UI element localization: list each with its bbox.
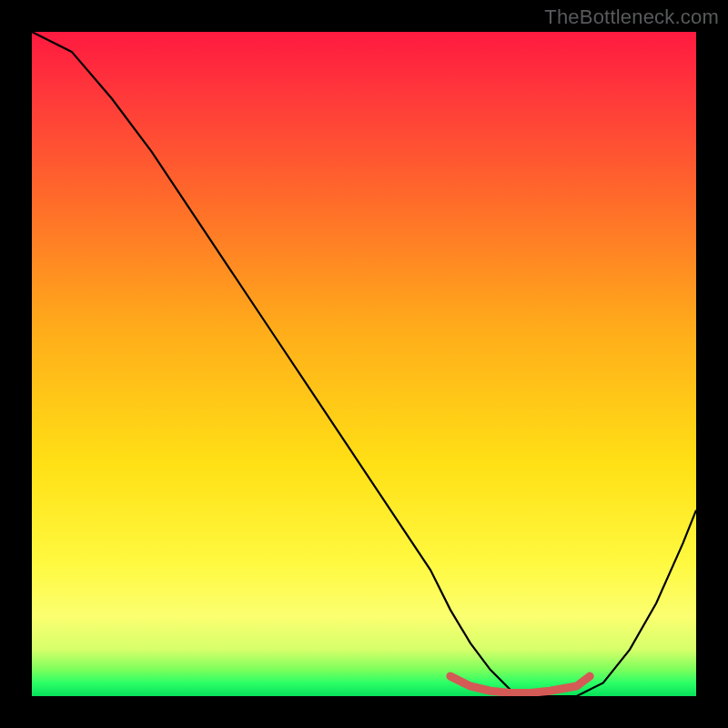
attribution-label: TheBottleneck.com [544,5,719,29]
bottleneck-curve [32,32,696,696]
curve-layer [32,32,696,696]
highlight-band [450,676,590,693]
plot-area [32,32,696,696]
chart-canvas: TheBottleneck.com [0,0,728,728]
